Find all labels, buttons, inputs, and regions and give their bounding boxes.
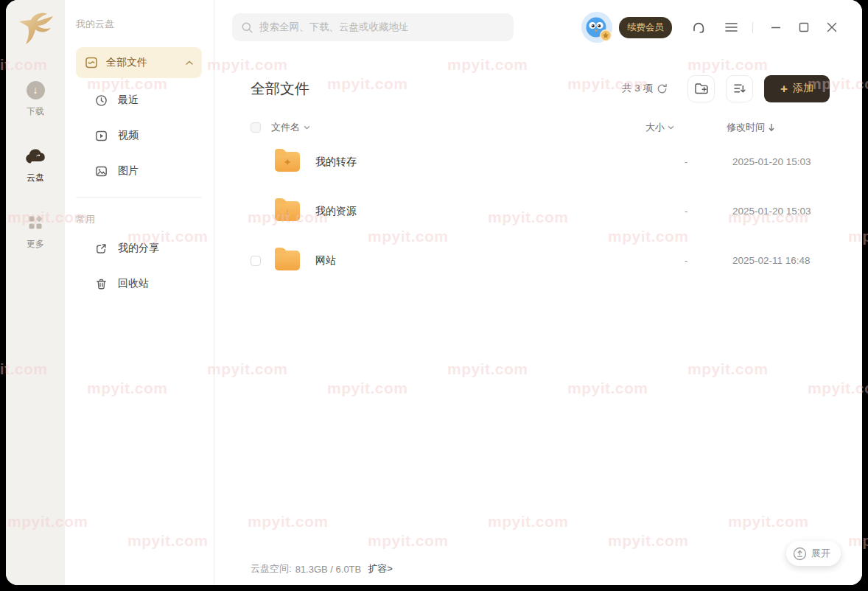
file-size: - <box>675 255 727 266</box>
folder-icon: ✦ <box>275 152 300 172</box>
rail-item-label: 更多 <box>27 238 44 251</box>
sidebar-item-label: 图片 <box>118 164 139 178</box>
sidebar-item-label: 我的分享 <box>118 242 159 255</box>
chevron-up-icon[interactable] <box>186 60 193 66</box>
column-header-size[interactable]: 大小 <box>645 121 697 134</box>
close-button[interactable] <box>827 22 837 32</box>
main-panel: 搜索全网、下载、云盘或收藏地址 续费会员 <box>214 0 862 585</box>
storage-label: 云盘空间: <box>251 562 292 576</box>
table-header: 文件名 大小 修改时间 <box>251 121 830 134</box>
sidebar-item-image[interactable]: 图片 <box>76 153 202 189</box>
column-header-time[interactable]: 修改时间 <box>727 121 830 134</box>
column-header-name[interactable]: 文件名 <box>271 121 645 134</box>
plus-icon: + <box>780 83 788 95</box>
sort-desc-arrow-icon <box>768 123 775 132</box>
sidebar-item-label: 全部文件 <box>106 56 147 69</box>
sidebar-item-label: 回收站 <box>118 277 149 290</box>
sidebar-item-video[interactable]: 视频 <box>76 118 202 153</box>
file-name: 我的资源 <box>315 205 675 218</box>
topbar-divider <box>752 22 753 33</box>
rail-item-cloud[interactable]: 云盘 <box>24 146 46 184</box>
sidebar-title: 我的云盘 <box>76 18 202 31</box>
storage-value: 81.3GB / 6.0TB <box>295 564 362 575</box>
folder-glyph-icon: ↓ <box>275 201 300 221</box>
renew-member-badge[interactable]: 续费会员 <box>619 17 672 38</box>
upload-circle-icon <box>793 547 807 561</box>
more-grid-icon <box>27 212 44 233</box>
sidebar-item-label: 视频 <box>118 129 139 142</box>
folder-icon <box>275 251 300 270</box>
chevron-down-icon <box>304 125 310 130</box>
minimize-button[interactable] <box>771 22 781 32</box>
image-icon <box>95 165 108 178</box>
rail-item-more[interactable]: 更多 <box>27 212 44 251</box>
file-time: 2025-01-20 15:03 <box>727 206 830 217</box>
search-icon <box>242 22 253 33</box>
file-time: 2025-02-11 16:48 <box>727 255 830 266</box>
trash-icon <box>95 278 108 290</box>
folder-glyph-icon: ✦ <box>275 152 300 172</box>
cloud-icon <box>24 146 46 167</box>
avatar[interactable] <box>581 12 612 43</box>
folder-icon: ↓ <box>275 201 300 221</box>
item-count: 共 3 项 <box>622 82 653 95</box>
select-all-checkbox[interactable] <box>251 122 261 133</box>
sidebar: 我的云盘 全部文件 最近 <box>65 0 214 585</box>
rail-item-label: 云盘 <box>27 172 44 184</box>
sidebar-item-all-files[interactable]: 全部文件 <box>76 47 202 78</box>
file-list: ✦ 我的转存 - 2025-01-20 15:03 ↓ 我的资源 - 2025-… <box>251 137 830 285</box>
video-icon <box>95 130 108 142</box>
sort-list-button[interactable] <box>726 75 753 102</box>
topbar: 搜索全网、下载、云盘或收藏地址 续费会员 <box>214 0 862 55</box>
rail-item-label: 下载 <box>27 105 44 118</box>
maximize-button[interactable] <box>799 22 809 32</box>
file-size: - <box>675 206 727 217</box>
table-row[interactable]: 网站 - 2025-02-11 16:48 <box>251 236 830 285</box>
download-icon: ↓ <box>27 80 45 100</box>
row-checkbox[interactable] <box>251 256 261 266</box>
table-row[interactable]: ↓ 我的资源 - 2025-01-20 15:03 <box>251 186 830 236</box>
sidebar-divider <box>76 197 202 198</box>
headset-icon[interactable] <box>691 21 706 35</box>
expand-storage-link[interactable]: 扩容> <box>368 562 393 576</box>
storage-footer: 云盘空间: 81.3GB / 6.0TB 扩容> <box>214 553 862 585</box>
all-files-icon <box>85 56 98 69</box>
new-folder-button[interactable] <box>687 75 715 102</box>
file-time: 2025-01-20 15:03 <box>727 156 830 167</box>
add-button[interactable]: + 添加 <box>764 75 830 102</box>
file-name: 网站 <box>315 254 675 267</box>
sidebar-item-my-shares[interactable]: 我的分享 <box>76 231 202 266</box>
search-placeholder: 搜索全网、下载、云盘或收藏地址 <box>259 21 409 34</box>
app-logo-icon[interactable] <box>15 9 56 47</box>
sidebar-item-recent[interactable]: 最近 <box>76 83 202 118</box>
table-row[interactable]: ✦ 我的转存 - 2025-01-20 15:03 <box>251 137 830 186</box>
hamburger-menu-icon[interactable] <box>725 22 738 32</box>
expand-button[interactable]: 展开 <box>786 541 841 566</box>
sidebar-section-title: 常用 <box>76 213 202 226</box>
page-title: 全部文件 <box>251 79 309 99</box>
chevron-down-icon <box>668 125 674 130</box>
app-window: ↓ 下载 云盘 更多 我的云盘 <box>6 0 862 585</box>
refresh-icon[interactable] <box>657 83 668 94</box>
left-rail: ↓ 下载 云盘 更多 <box>6 0 65 585</box>
search-input[interactable]: 搜索全网、下载、云盘或收藏地址 <box>232 13 514 41</box>
sidebar-item-recycle-bin[interactable]: 回收站 <box>76 266 202 301</box>
share-icon <box>95 242 108 255</box>
sidebar-item-label: 最近 <box>118 94 139 107</box>
file-name: 我的转存 <box>315 155 675 169</box>
clock-icon <box>95 94 108 107</box>
rail-item-download[interactable]: ↓ 下载 <box>27 80 45 118</box>
file-size: - <box>675 156 727 167</box>
